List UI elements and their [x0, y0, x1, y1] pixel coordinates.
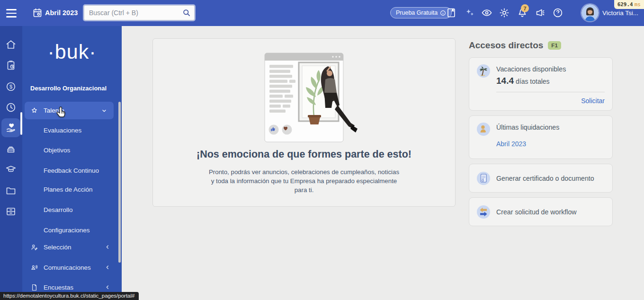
period-label[interactable]: Abril 2023	[45, 9, 78, 17]
sidebar-item-label: Desarrollo	[44, 206, 73, 213]
folder-icon[interactable]	[5, 185, 17, 196]
sidebar-item-feedback-continuo[interactable]: Feedback Continuo	[22, 163, 122, 177]
sidebar-item-label: Evaluaciones	[44, 127, 81, 134]
divider	[496, 92, 605, 92]
sidebar: ·buk· Desarrollo Organizacional Talento …	[22, 26, 122, 300]
person-edit-icon	[30, 243, 38, 251]
notification-count-badge[interactable]: 7	[521, 4, 529, 12]
currency-icon[interactable]: $	[5, 81, 17, 92]
shortcut-title: Generar certificado o documento	[496, 175, 605, 182]
welcome-illustration	[245, 52, 363, 143]
sparkles-icon[interactable]	[464, 7, 475, 18]
archive-icon[interactable]	[5, 206, 17, 217]
shortcut-card-vacations[interactable]: Vacaciones disponibles 14.4días totales …	[469, 57, 613, 111]
sidebar-item-configuraciones[interactable]: Configuraciones	[22, 223, 122, 237]
profiler-unit: ms	[635, 1, 641, 8]
megaphone-icon[interactable]	[534, 7, 546, 18]
welcome-title: ¡Nos emociona de que formes parte de est…	[153, 149, 455, 160]
hamburger-menu-icon[interactable]	[6, 9, 18, 18]
sidebar-item-label: Encuestas	[44, 284, 73, 291]
shortcut-card-certificate[interactable]: Generar certificado o documento	[469, 164, 613, 193]
sidebar-section-title: Desarrollo Organizacional	[30, 85, 107, 92]
person-icon	[477, 123, 490, 136]
sidebar-item-desarrollo[interactable]: Desarrollo	[22, 203, 122, 217]
search-input[interactable]	[84, 5, 195, 20]
chevron-down-icon	[100, 107, 108, 115]
status-url-bar: https://demotalentoycultura.buk.cl/stati…	[0, 292, 139, 300]
welcome-body: Pronto, podrás ver anuncios, celebracion…	[153, 168, 455, 194]
shortcut-title: Últimas liquidaciones	[496, 123, 605, 131]
talent-hand-heart-icon[interactable]	[5, 122, 17, 133]
sidebar-item-label: Configuraciones	[44, 227, 90, 234]
chevron-left-icon	[104, 283, 111, 291]
sidebar-item-evaluaciones[interactable]: Evaluaciones	[22, 123, 122, 137]
buk-logo: ·buk·	[22, 40, 122, 63]
bookmark-icon[interactable]	[446, 7, 457, 18]
shortcut-card-workflow[interactable]: Crear solicitud de workflow	[469, 197, 613, 226]
chevron-left-icon	[104, 264, 111, 271]
vacation-days-label: días totales	[516, 78, 550, 85]
welcome-card: ¡Nos emociona de que formes parte de est…	[152, 38, 456, 207]
welcome-body-line: para ti.	[153, 185, 455, 194]
shortcuts-panel: Accesos directos F1	[469, 40, 613, 231]
shortcuts-title: Accesos directos	[469, 40, 543, 51]
cake-icon[interactable]	[5, 143, 17, 154]
liquidation-period-link[interactable]: Abril 2023	[496, 140, 605, 148]
sidebar-item-talento[interactable]: Talento	[25, 102, 114, 119]
welcome-body-line: y toda la información que tu Empresa ha …	[153, 176, 455, 185]
palm-tree-icon	[477, 64, 490, 78]
tasks-icon[interactable]	[5, 60, 17, 71]
user-name[interactable]: Victoria Tsi...	[602, 9, 641, 17]
profiler-time: 629.4	[617, 1, 633, 8]
certificate-icon	[477, 172, 490, 185]
sidebar-item-label: Planes de Acción	[44, 186, 93, 193]
calendar-icon[interactable]	[32, 7, 43, 18]
person-speaking-icon	[30, 264, 38, 272]
vacation-days-value: 14.4	[496, 76, 514, 86]
sidebar-item-seleccion[interactable]: Selección	[22, 240, 122, 254]
sidebar-item-label: Objetivos	[44, 147, 70, 154]
sidebar-item-label: Feedback Continuo	[44, 167, 99, 174]
avatar-illustration	[581, 4, 599, 21]
shortcut-title: Crear solicitud de workflow	[496, 208, 605, 216]
request-vacation-link[interactable]: Solicitar	[496, 97, 605, 105]
free-trial-badge[interactable]: Prueba Gratuita	[390, 7, 452, 18]
chevron-left-icon	[104, 243, 111, 251]
profiler-badge[interactable]: 629.4 ms	[614, 0, 644, 9]
sidebar-item-label: Selección	[44, 244, 72, 251]
help-icon[interactable]	[552, 7, 564, 18]
document-icon	[30, 283, 38, 291]
shortcut-title: Vacaciones disponibles	[496, 64, 605, 73]
sidebar-item-comunicaciones[interactable]: Comunicaciones	[22, 260, 122, 274]
hotkey-badge[interactable]: F1	[548, 41, 561, 50]
welcome-body-line: Pronto, podrás ver anuncios, celebracion…	[153, 168, 455, 176]
module-rail: $	[0, 26, 22, 300]
graduation-cap-icon[interactable]	[5, 164, 17, 175]
svg-text:$: $	[9, 84, 12, 89]
eye-icon[interactable]	[481, 7, 492, 18]
home-icon[interactable]	[5, 39, 17, 50]
shortcut-card-liquidations[interactable]: Últimas liquidaciones Abril 2023	[469, 115, 613, 159]
avatar[interactable]	[581, 4, 599, 21]
star-icon	[30, 106, 38, 115]
gear-icon[interactable]	[499, 7, 510, 18]
main-content: ¡Nos emociona de que formes parte de est…	[122, 26, 644, 300]
sidebar-item-label: Comunicaciones	[44, 264, 91, 271]
sidebar-item-objetivos[interactable]: Objetivos	[22, 143, 122, 157]
search-icon[interactable]	[182, 8, 191, 18]
sidebar-item-planes-de-accion[interactable]: Planes de Acción	[22, 182, 122, 196]
search-box	[84, 5, 195, 20]
sidebar-item-label: Talento	[44, 107, 64, 114]
sidebar-scrollbar[interactable]	[118, 102, 121, 263]
time-icon[interactable]	[5, 102, 17, 113]
topbar: Abril 2023 Prueba Gratuita 7	[0, 0, 644, 26]
free-trial-label: Prueba Gratuita	[396, 9, 438, 16]
workflow-arrows-icon	[477, 205, 490, 219]
